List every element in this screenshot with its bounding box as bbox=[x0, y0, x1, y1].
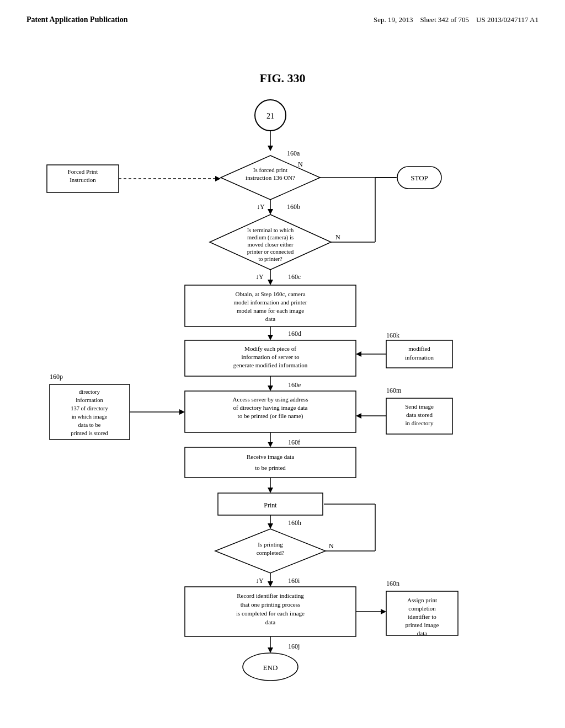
label-160i: 160i bbox=[288, 577, 300, 585]
text-160i-2: that one printing process bbox=[241, 601, 300, 608]
page-header: Patent Application Publication Sep. 19, … bbox=[0, 0, 565, 24]
text-160b-1: Is terminal to which bbox=[247, 227, 294, 233]
text-160p-3: 137 of directory bbox=[71, 405, 108, 411]
publication-title: Patent Application Publication bbox=[26, 15, 128, 24]
arrowhead-160h-y bbox=[268, 581, 273, 587]
text-160p-5: data to be bbox=[78, 422, 101, 428]
text-160k-1: modified bbox=[408, 345, 430, 352]
label-160n: 160n bbox=[386, 580, 399, 587]
arrowhead-160c-160d bbox=[268, 335, 273, 340]
sheet-info: Sheet 342 of 705 bbox=[420, 15, 469, 24]
text-160g: Print bbox=[264, 501, 277, 509]
text-160p-2: information bbox=[76, 397, 103, 403]
label-160b: 160b bbox=[287, 203, 300, 211]
diagram-area: FIG. 330 21 160a N Is forced print instr… bbox=[0, 30, 565, 714]
text-160n-3: identifier to bbox=[408, 613, 436, 620]
start-label: 21 bbox=[266, 112, 274, 120]
text-160d-2: information of server to bbox=[242, 354, 300, 360]
label-160c: 160c bbox=[288, 273, 301, 281]
label-160e: 160e bbox=[288, 381, 301, 389]
arrowhead-160f-160g bbox=[268, 488, 273, 493]
arrowhead-160k-160d bbox=[356, 351, 361, 357]
arrowhead-160p-160e bbox=[179, 409, 185, 415]
text-160f-2: to be printed bbox=[255, 464, 286, 471]
text-160c-1: Obtain, at Step 160c, camera bbox=[235, 291, 305, 297]
text-160h-2: completed? bbox=[257, 549, 285, 556]
patent-number: US 2013/0247117 A1 bbox=[476, 15, 539, 24]
n-label-160b: N bbox=[335, 233, 340, 241]
label-160p: 160p bbox=[50, 373, 63, 381]
text-160e-1: Access server by using address bbox=[233, 396, 308, 403]
text-160a-2: instruction 136 ON? bbox=[246, 174, 295, 181]
label-160d: 160d bbox=[288, 330, 301, 338]
text-160p-1: directory bbox=[79, 389, 100, 395]
text-160i-3: is completed for each image bbox=[236, 610, 305, 617]
arrowhead-160m-160e bbox=[356, 413, 361, 419]
text-160b-3: moved closer either bbox=[248, 242, 294, 248]
arrowhead-160a-y bbox=[268, 209, 273, 215]
box-160f bbox=[185, 447, 356, 478]
text-160p-6: printed is stored bbox=[71, 430, 108, 436]
y-label-160a: ↓Y bbox=[257, 203, 265, 211]
n-label-160a: N bbox=[298, 160, 303, 168]
text-160a-1: Is forced print bbox=[253, 167, 287, 173]
forced-print-text-2: Instruction bbox=[70, 176, 96, 183]
text-160c-2: model information and printer bbox=[234, 299, 307, 306]
text-160h-1: Is printing bbox=[258, 541, 283, 548]
text-160b-5: to printer? bbox=[258, 256, 282, 262]
text-160b-4: printer or connected bbox=[247, 249, 294, 255]
text-160n-4: printed image bbox=[406, 622, 439, 628]
arrowhead-160g-160h bbox=[268, 523, 273, 529]
text-160n-1: Assign print bbox=[407, 597, 437, 603]
arrowhead-160d-160e bbox=[268, 386, 273, 391]
arrowhead-start-160a bbox=[268, 146, 273, 151]
text-160p-4: in which image bbox=[72, 414, 108, 420]
arrowhead-160i-160j bbox=[268, 647, 273, 653]
arrowhead-160e-160f bbox=[268, 442, 273, 447]
label-160k: 160k bbox=[386, 331, 399, 339]
text-160m-3: in directory bbox=[405, 420, 434, 426]
end-text: END bbox=[263, 663, 278, 672]
label-160j: 160j bbox=[288, 643, 300, 650]
header-left: Patent Application Publication bbox=[26, 15, 128, 24]
label-160h: 160h bbox=[288, 519, 301, 527]
text-160c-3: model name for each image bbox=[237, 307, 304, 314]
label-160a: 160a bbox=[287, 149, 300, 157]
text-160i-4: data bbox=[265, 619, 275, 625]
text-160m-1: Send image bbox=[405, 403, 434, 410]
text-160n-5: data bbox=[417, 630, 427, 636]
forced-print-text-1: Forced Print bbox=[68, 168, 98, 175]
text-160b-2: medium (camera) is bbox=[247, 234, 294, 241]
flowchart-svg: FIG. 330 21 160a N Is forced print instr… bbox=[0, 30, 565, 714]
text-160e-2: of directory having image data bbox=[233, 404, 307, 411]
label-160m: 160m bbox=[386, 387, 402, 394]
text-160c-4: data bbox=[265, 315, 275, 322]
header-center: Sep. 19, 2013 Sheet 342 of 705 US 2013/0… bbox=[374, 15, 539, 24]
text-160e-3: to be printed (or file name) bbox=[238, 413, 303, 420]
text-160i-1: Record identifier indicating bbox=[237, 592, 304, 599]
arrowhead-160i-160n bbox=[381, 609, 386, 614]
text-160f-1: Receive image data bbox=[247, 453, 294, 460]
text-160m-2: data stored bbox=[406, 411, 433, 418]
text-160d-3: generate modified information bbox=[233, 362, 308, 368]
label-160f: 160f bbox=[288, 438, 300, 446]
fig-title: FIG. 330 bbox=[259, 71, 305, 85]
text-160k-2: information bbox=[405, 354, 434, 361]
text-160n-2: completion bbox=[408, 605, 436, 612]
text-160d-1: Modify each piece of bbox=[244, 345, 296, 352]
y-label-160h: ↓Y bbox=[255, 577, 264, 585]
arrowhead-forced bbox=[215, 176, 221, 181]
arrowhead-160b-y bbox=[268, 280, 273, 285]
publication-date: Sep. 19, 2013 bbox=[374, 15, 413, 24]
stop-text: STOP bbox=[411, 174, 428, 182]
y-label-160b: ↓Y bbox=[255, 273, 264, 281]
n-label-160h: N bbox=[329, 542, 334, 550]
